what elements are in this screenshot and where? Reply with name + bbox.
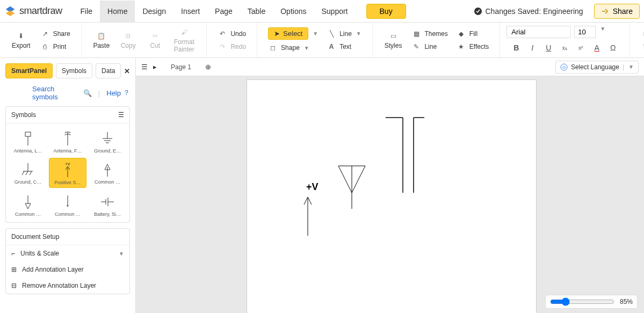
subscript-button[interactable]: x₂ xyxy=(559,45,570,51)
help-link[interactable]: Help ？ xyxy=(106,88,130,98)
format-painter-button[interactable]: 🖌Format Painter xyxy=(169,25,200,55)
caret-icon: ▼ xyxy=(304,45,309,51)
export-icon: ⬇ xyxy=(16,31,26,41)
select-tool[interactable]: ➤Select▼ xyxy=(264,26,322,41)
symbol-common-2[interactable]: Common … xyxy=(9,190,47,219)
fill-button[interactable]: ◆Fill xyxy=(452,28,493,40)
text-icon: A xyxy=(327,42,336,52)
menu-support[interactable]: Support xyxy=(314,1,355,22)
menu-insert[interactable]: Insert xyxy=(173,1,207,22)
zoom-slider[interactable] xyxy=(550,297,614,306)
add-layer-item[interactable]: ⊞Add Annotation Layer xyxy=(6,261,129,278)
underline-button[interactable]: U xyxy=(543,43,554,52)
symbol-common-3[interactable]: *Common … xyxy=(49,190,86,219)
chevron-down-icon: ▼ xyxy=(119,251,124,257)
copy-button[interactable]: ⧉Copy xyxy=(115,25,142,55)
spacing-icon: ⇅ xyxy=(640,42,644,52)
menu-options[interactable]: Options xyxy=(273,1,314,22)
ribbon-toolbar: ⬇ Export ↗Share ⎙Print 📋Paste ⧉Copy ✂Cut… xyxy=(0,23,644,58)
undo-button[interactable]: ↶Undo xyxy=(213,28,250,40)
styles-button[interactable]: ▭Styles xyxy=(379,25,408,55)
redo-icon: ↷ xyxy=(218,42,227,52)
save-status-text: Changes Saved: Engineering xyxy=(486,7,583,16)
line-icon: ╲ xyxy=(327,29,336,39)
spacing-button[interactable]: ⇅Spacing xyxy=(636,41,644,53)
svg-text:G: G xyxy=(562,65,566,70)
canvas-area: ☰ ▸ Page 1 ⊕ G Select Language |▼ +V xyxy=(136,58,644,313)
save-status: Changes Saved: Engineering xyxy=(474,7,583,16)
effects-button[interactable]: ★Effects xyxy=(452,41,493,53)
italic-button[interactable]: I xyxy=(527,43,538,52)
symbol-battery[interactable]: Battery, Si… xyxy=(89,190,126,219)
logo-text: smartdraw xyxy=(19,5,62,17)
font-size-input[interactable] xyxy=(574,26,596,38)
symbol-positive-supply[interactable]: +VPositive S… xyxy=(49,158,86,188)
menu-design[interactable]: Design xyxy=(135,1,173,22)
tab-symbols[interactable]: Symbols xyxy=(56,63,92,78)
line-style-button[interactable]: ✎Line xyxy=(407,41,452,53)
caret-icon: ▼ xyxy=(628,64,634,70)
line-tool[interactable]: ╲Line▼ xyxy=(322,28,366,40)
help-icon: ？ xyxy=(123,88,130,98)
panel-tabs: SmartPanel Symbols Data ✕ xyxy=(5,63,130,78)
app-logo[interactable]: smartdraw xyxy=(4,5,62,17)
layer-remove-icon: ⊟ xyxy=(11,282,17,289)
menu-icon[interactable]: ☰ xyxy=(118,111,124,119)
buy-button[interactable]: Buy xyxy=(366,4,406,19)
superscript-button[interactable]: x² xyxy=(575,45,586,51)
menu-table[interactable]: Table xyxy=(240,1,273,22)
symbol-antenna-frame[interactable]: Antenna, F… xyxy=(49,127,86,156)
units-scale-item[interactable]: ⌐Units & Scale▼ xyxy=(6,245,129,261)
symbols-section: Symbols ☰ Antenna, L… Antenna, F… Ground… xyxy=(5,106,130,223)
outline-icon[interactable]: ☰ xyxy=(141,63,148,71)
menu-home[interactable]: Home xyxy=(100,1,135,22)
tab-data[interactable]: Data xyxy=(96,63,121,78)
share-button[interactable]: Share xyxy=(594,4,640,19)
export-button[interactable]: ⬇ Export xyxy=(6,25,36,55)
themes-button[interactable]: ▦Themes xyxy=(407,28,452,40)
font-color-button[interactable]: A xyxy=(591,43,602,52)
canvas-viewport[interactable]: +V 85% xyxy=(136,76,644,313)
share-ribbon-button[interactable]: ↗Share xyxy=(36,28,75,40)
symbol-ground-chassis[interactable]: Ground, C… xyxy=(9,158,47,188)
paste-icon: 📋 xyxy=(97,31,106,41)
svg-text:*: * xyxy=(67,204,69,210)
menu-page[interactable]: Page xyxy=(207,1,240,22)
bold-button[interactable]: B xyxy=(511,43,522,52)
symbol-button[interactable]: Ω xyxy=(607,43,618,52)
symbol-antenna-loop[interactable]: Antenna, L… xyxy=(9,127,47,156)
remove-layer-item[interactable]: ⊟Remove Annotation Layer xyxy=(6,278,129,294)
copy-icon: ⧉ xyxy=(124,31,133,41)
print-button[interactable]: ⎙Print xyxy=(36,41,75,53)
tab-smartpanel[interactable]: SmartPanel xyxy=(5,63,53,78)
text-tool[interactable]: AText xyxy=(322,41,366,53)
zoom-value: 85% xyxy=(620,298,633,305)
language-select[interactable]: G Select Language |▼ xyxy=(555,61,639,74)
drawing-page[interactable]: +V xyxy=(247,79,537,313)
close-panel-icon[interactable]: ✕ xyxy=(124,67,130,75)
page-tab-bar: ☰ ▸ Page 1 ⊕ G Select Language |▼ xyxy=(136,58,644,76)
shape-tool[interactable]: ◻Shape▼ xyxy=(264,42,322,54)
paste-button[interactable]: 📋Paste xyxy=(88,25,115,55)
cut-button[interactable]: ✂Cut xyxy=(142,25,169,55)
print-icon: ⎙ xyxy=(40,42,50,52)
search-icon: 🔍 xyxy=(83,89,92,97)
redo-button[interactable]: ↷Redo xyxy=(213,41,250,53)
bullet-button[interactable]: ≣Bullet xyxy=(636,28,644,40)
themes-icon: ▦ xyxy=(411,29,421,39)
pen-icon: ✎ xyxy=(411,42,421,52)
symbol-ground-earth[interactable]: Ground, E… xyxy=(89,127,126,156)
symbol-common-1[interactable]: Common … xyxy=(89,158,126,188)
main-area: SmartPanel Symbols Data ✕ Search symbols… xyxy=(0,58,644,313)
font-family-input[interactable] xyxy=(506,26,571,38)
caret-icon: ▼ xyxy=(600,26,605,38)
page-tab-1[interactable]: Page 1 xyxy=(162,61,200,73)
add-page-icon[interactable]: ⊕ xyxy=(205,63,211,71)
shape-icon: ◻ xyxy=(268,43,278,53)
layer-add-icon: ⊞ xyxy=(11,266,17,273)
bullet-icon: ≣ xyxy=(640,29,644,39)
search-symbols-link[interactable]: Search symbols 🔍 xyxy=(32,85,92,101)
menu-file[interactable]: File xyxy=(73,1,100,22)
svg-text:+V: +V xyxy=(66,162,70,166)
expand-icon[interactable]: ▸ xyxy=(153,63,157,71)
